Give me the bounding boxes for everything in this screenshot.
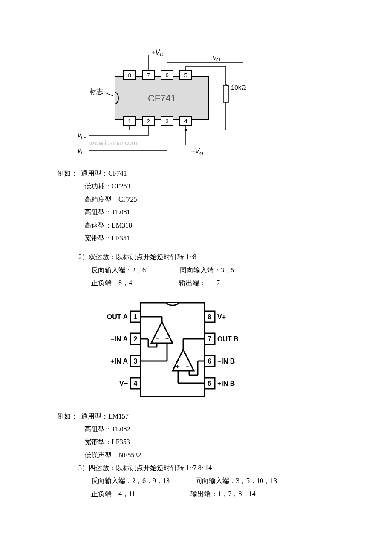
lbl-mininb: −IN B [217,358,235,365]
svg-point-26 [185,129,187,131]
lbl-vplus: V+ [217,313,226,321]
lbl-outa: OUT A [107,313,128,321]
pin-8-label: 8 [128,72,131,78]
dp6: 6 [208,358,212,365]
dp1: 1 [134,313,138,321]
dual-out: 输出端：1，7 [179,279,220,286]
examples-dual-opamp: 例如： 通用型：LM157 高阻型：TL082 宽带型：LF353 低噪声型：N… [55,410,366,462]
opb-plus: + [176,363,179,370]
item-highz: 高阻型：TL081 [84,206,366,219]
item2-highz: 高阻型：TL082 [84,423,366,436]
quad-supply: 正负端：4，11 [91,490,135,497]
figure-cf741: 8 7 6 5 1 2 3 4 CF741 标志 +VG vO [72,47,366,162]
dp4: 4 [134,380,138,387]
quad-title: 3）四运放：以标识点开始逆时针转 1~7 8~14 [78,462,366,474]
dual-inv: 反向输入端：2，6 [91,266,146,274]
quad-out: 输出端：1，7，8，14 [190,490,255,497]
lbl-vminus: V− [119,380,128,387]
section-quad-opamp: 3）四运放：以标识点开始逆时针转 1~7 8~14 反向输入端：2，6，9，13… [55,462,366,500]
vg-plus-label: +VG [151,49,164,57]
item2-generic: 通用型：LM157 [81,413,129,420]
dp3: 3 [134,358,138,365]
vo-label: vO [213,54,220,62]
pin-3-label: 3 [165,118,168,124]
dual-supply: 正负端：8，4 [91,279,132,286]
quad-inv: 反向输入端：2，6，9，13 [91,477,170,484]
quad-noninv: 同向输入端：3，5，10，13 [195,477,277,484]
opb-minus: − [186,363,189,370]
pin-1-label: 1 [128,118,131,124]
item2-lownoise: 低噪声型：NE5532 [84,449,366,462]
opa-minus: − [156,335,159,342]
svg-line-9 [106,93,113,96]
dual-opamp-svg: 1 2 3 4 8 7 6 5 OUT A −IN A +IN A V− V+ … [94,294,247,405]
dual-noninv: 同向输入端：3，5 [180,266,234,274]
dp7: 7 [208,335,212,343]
item-wideband: 宽带型：LF351 [84,232,366,245]
resistor-label: 10kΩ [231,84,246,91]
chip-label: CF741 [148,93,176,104]
lbl-minina: −IN A [110,335,128,343]
lbl-plusina: +IN A [110,358,128,365]
vi-plus-label: vI + [78,147,86,155]
dp5: 5 [208,380,212,387]
pin-4-label: 4 [184,118,187,124]
watermark-text: www.icsmar.com [89,139,137,146]
pin-7-label: 7 [147,72,150,78]
svg-rect-16 [223,85,228,102]
item-lowpower: 低功耗：CF253 [84,180,366,193]
item-highspeed: 高速型：LM318 [84,219,366,232]
pin-2-label: 2 [147,118,150,124]
dp2: 2 [134,335,138,343]
section-dual-opamp: 2）双运放：以标识点开始逆时针转 1~8 反向输入端：2，6同向输入端：3，5 … [55,251,366,289]
label-example: 例如： [57,170,78,177]
marker-label: 标志 [89,88,103,95]
examples-single-opamp: 例如： 通用型：CF741 低功耗：CF253 高精度型：CF725 高阻型：T… [55,167,366,245]
opa-plus: + [165,335,169,342]
pin-6-label: 6 [165,72,168,78]
cf741-svg: 8 7 6 5 1 2 3 4 CF741 标志 +VG vO [72,47,260,162]
item2-wide: 宽带型：LF353 [84,436,366,448]
figure-dual-opamp: 1 2 3 4 8 7 6 5 OUT A −IN A +IN A V− V+ … [94,294,366,405]
vg-minus-label: −VG [191,147,203,156]
lbl-plusinb: +IN B [217,380,235,387]
vi-minus-label: vI − [78,131,86,140]
label-example2: 例如： [57,413,78,420]
pin-5-label: 5 [184,72,187,78]
lbl-outb: OUT B [217,335,239,343]
dp8: 8 [208,313,212,321]
item-precision: 高精度型：CF725 [84,193,366,206]
dual-title: 2）双运放：以标识点开始逆时针转 1~8 [78,251,366,263]
item-generic: 通用型：CF741 [81,170,127,177]
